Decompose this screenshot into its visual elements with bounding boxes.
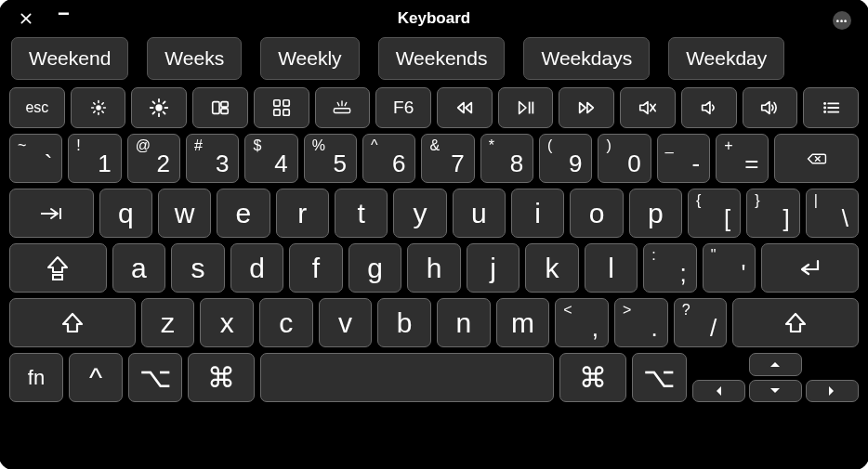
- f6-key[interactable]: F6: [375, 87, 431, 128]
- shift-icon: [60, 311, 85, 335]
- l-key[interactable]: l: [585, 243, 638, 293]
- x-key[interactable]: x: [200, 298, 254, 347]
- m-key[interactable]: m: [496, 298, 550, 347]
- list-key[interactable]: [803, 87, 859, 128]
- p-key[interactable]: p: [629, 189, 682, 238]
- svg-rect-22: [283, 100, 289, 106]
- f-key[interactable]: f: [289, 243, 343, 293]
- 6-key[interactable]: ^6: [362, 134, 415, 183]
- list-icon: [821, 98, 841, 118]
- left-option-key[interactable]: ⌥: [128, 353, 182, 402]
- volume-up-key[interactable]: [743, 87, 798, 128]
- 5-key[interactable]: %5: [304, 134, 357, 183]
- u-key[interactable]: u: [453, 189, 506, 238]
- suggestion-item[interactable]: Weekday: [668, 37, 784, 80]
- mission-control-key[interactable]: [192, 87, 248, 128]
- quote-key[interactable]: "': [703, 243, 756, 293]
- svg-point-0: [96, 105, 101, 111]
- rewind-key[interactable]: [437, 87, 493, 128]
- c-key[interactable]: c: [259, 298, 313, 347]
- forward-key[interactable]: [559, 87, 614, 128]
- suggestion-bar: Weekend Weeks Weekly Weekends Weekdays W…: [9, 32, 859, 87]
- volume-down-key[interactable]: [681, 87, 737, 128]
- h-key[interactable]: h: [407, 243, 461, 293]
- 1-key[interactable]: !1: [68, 134, 121, 183]
- number-row: ~` !1 @2 #3 $4 %5 ^6 &7 *8 (9 )0 _- +=: [9, 134, 859, 183]
- 4-key[interactable]: $4: [244, 134, 297, 183]
- k-key[interactable]: k: [525, 243, 579, 293]
- more-button[interactable]: [833, 11, 851, 30]
- tilde-key[interactable]: ~`: [9, 134, 62, 183]
- caps-lock-key[interactable]: [9, 243, 107, 293]
- brightness-down-key[interactable]: [71, 87, 126, 128]
- a-key[interactable]: a: [112, 243, 166, 293]
- equals-key[interactable]: +=: [716, 134, 769, 183]
- left-shift-key[interactable]: [9, 298, 136, 347]
- mute-key[interactable]: [620, 87, 676, 128]
- y-key[interactable]: y: [393, 189, 446, 238]
- suggestion-item[interactable]: Weekdays: [523, 37, 650, 80]
- 0-key[interactable]: )0: [598, 134, 651, 183]
- svg-point-9: [156, 104, 163, 111]
- 2-key[interactable]: @2: [127, 134, 180, 183]
- svg-rect-20: [221, 109, 228, 114]
- 8-key[interactable]: *8: [480, 134, 533, 183]
- d-key[interactable]: d: [230, 243, 284, 293]
- 7-key[interactable]: &7: [421, 134, 474, 183]
- return-key[interactable]: [761, 243, 859, 293]
- spacebar-key[interactable]: [260, 353, 554, 402]
- suggestion-item[interactable]: Weekly: [260, 37, 359, 80]
- esc-key[interactable]: esc: [9, 87, 65, 128]
- g-key[interactable]: g: [349, 243, 402, 293]
- shift-icon: [783, 311, 808, 335]
- semicolon-key[interactable]: :;: [643, 243, 697, 293]
- n-key[interactable]: n: [437, 298, 491, 347]
- control-key[interactable]: ^: [69, 353, 123, 402]
- comma-key[interactable]: <,: [555, 298, 609, 347]
- s-key[interactable]: s: [171, 243, 225, 293]
- suggestion-item[interactable]: Weekends: [378, 37, 506, 80]
- launchpad-key[interactable]: [254, 87, 309, 128]
- slash-key[interactable]: ?/: [674, 298, 728, 347]
- arrow-right-key[interactable]: [806, 380, 859, 403]
- keyboard-backlight-icon: [332, 98, 352, 118]
- arrow-down-key[interactable]: [749, 380, 802, 403]
- right-shift-key[interactable]: [732, 298, 859, 347]
- right-bracket-key[interactable]: }]: [746, 189, 799, 238]
- left-command-key[interactable]: ⌘: [188, 353, 255, 402]
- keyboard-window: − Keyboard Weekend Weeks Weekly Weekends…: [0, 0, 868, 469]
- o-key[interactable]: o: [570, 189, 623, 238]
- e-key[interactable]: e: [217, 189, 270, 238]
- arrow-left-key[interactable]: [692, 380, 745, 403]
- period-key[interactable]: >.: [614, 298, 668, 347]
- i-key[interactable]: i: [511, 189, 564, 238]
- 9-key[interactable]: (9: [539, 134, 592, 183]
- b-key[interactable]: b: [377, 298, 431, 347]
- z-key[interactable]: z: [141, 298, 195, 347]
- backslash-key[interactable]: |\: [806, 189, 859, 238]
- suggestion-item[interactable]: Weekend: [11, 37, 128, 80]
- minus-key[interactable]: _-: [657, 134, 710, 183]
- suggestion-item[interactable]: Weeks: [147, 37, 242, 80]
- close-button[interactable]: [19, 11, 33, 26]
- play-pause-key[interactable]: [498, 87, 554, 128]
- q-key[interactable]: q: [99, 189, 152, 238]
- j-key[interactable]: j: [467, 243, 520, 293]
- right-option-key[interactable]: ⌥: [632, 353, 686, 402]
- brightness-up-key[interactable]: [131, 87, 187, 128]
- tab-key[interactable]: [9, 189, 94, 238]
- t-key[interactable]: t: [335, 189, 388, 238]
- fn-key[interactable]: fn: [9, 353, 63, 402]
- backspace-key[interactable]: [774, 134, 859, 183]
- keyboard-backlight-key[interactable]: [315, 87, 371, 128]
- r-key[interactable]: r: [276, 189, 329, 238]
- svg-rect-25: [335, 109, 350, 113]
- arrow-up-key[interactable]: [749, 353, 802, 376]
- minimize-button[interactable]: −: [58, 9, 74, 26]
- v-key[interactable]: v: [319, 298, 373, 347]
- function-row: esc F6: [9, 87, 859, 128]
- w-key[interactable]: w: [158, 189, 211, 238]
- 3-key[interactable]: #3: [186, 134, 239, 183]
- right-command-key[interactable]: ⌘: [559, 353, 626, 402]
- left-bracket-key[interactable]: {[: [688, 189, 741, 238]
